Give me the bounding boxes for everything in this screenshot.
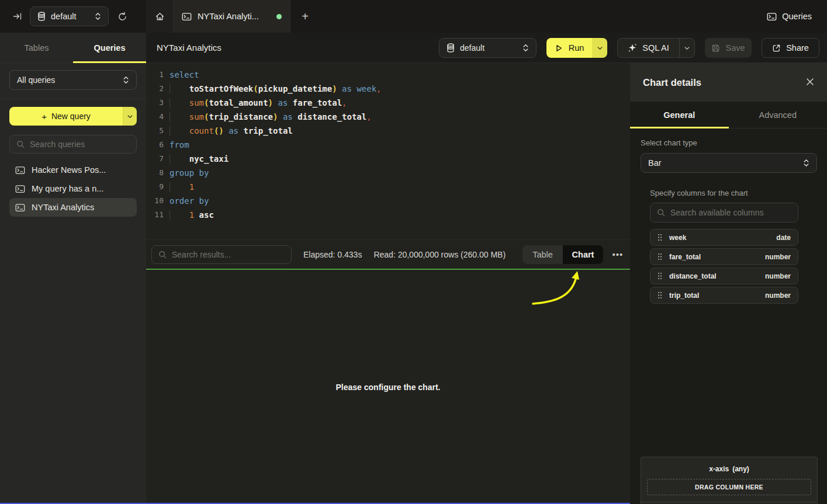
code-line[interactable]: 11 1 asc <box>146 208 630 222</box>
search-icon <box>158 251 167 259</box>
code-line[interactable]: 5 count() as trip_total <box>146 124 630 138</box>
column-row[interactable]: weekdate <box>650 229 798 246</box>
code-text: sum(trip_distance) as distance_total, <box>169 110 372 124</box>
run-options-button[interactable] <box>592 38 607 58</box>
query-tab-title: NYTaxi Analyti... <box>198 12 271 21</box>
column-name: trip_total <box>669 291 699 300</box>
drag-handle-icon[interactable] <box>658 291 662 299</box>
chevron-down-icon <box>684 45 690 51</box>
save-icon <box>711 44 720 53</box>
terminal-icon <box>182 12 192 21</box>
drag-handle-icon[interactable] <box>658 272 662 280</box>
view-toggle-chart[interactable]: Chart <box>563 245 603 264</box>
chart-details-tabs: General Advanced <box>630 102 827 128</box>
sidebar: Tables Queries All queries + New query H… <box>0 33 146 504</box>
share-label: Share <box>786 43 809 53</box>
chart-empty-message: Please configure the chart. <box>336 383 441 392</box>
results-search-input[interactable] <box>172 250 285 259</box>
refresh-icon <box>117 12 127 22</box>
code-text: select <box>169 68 199 82</box>
code-line[interactable]: 4 sum(trip_distance) as distance_total, <box>146 110 630 124</box>
topbar-database-selector[interactable]: default <box>30 6 109 26</box>
chevron-down-icon <box>127 113 133 120</box>
query-filter: All queries <box>9 70 137 90</box>
sidebar-tab-queries[interactable]: Queries <box>73 33 146 62</box>
run-button[interactable]: Run <box>546 38 592 58</box>
chart-details-header: Chart details <box>630 63 827 102</box>
line-number: 1 <box>146 68 164 82</box>
topbar-queries-label: Queries <box>782 12 812 21</box>
column-row[interactable]: trip_totalnumber <box>650 287 798 304</box>
editor-header-actions: default Run SQL AI Save <box>439 38 819 58</box>
share-icon <box>772 44 781 53</box>
run-label: Run <box>569 43 584 53</box>
sidebar-divider <box>0 99 146 99</box>
chevron-updown-icon <box>95 12 101 20</box>
collapse-sidebar-button[interactable] <box>9 8 26 25</box>
column-row[interactable]: distance_totalnumber <box>650 267 798 284</box>
drag-handle-icon[interactable] <box>658 234 662 241</box>
new-query-menu-button[interactable] <box>123 107 137 126</box>
chart-details-title: Chart details <box>643 77 701 88</box>
sql-ai-label: SQL AI <box>642 43 669 53</box>
x-axis-dropzone[interactable]: DRAG COLUMN HERE <box>647 479 811 495</box>
columns-search-input[interactable] <box>670 208 791 217</box>
available-columns-list: weekdatefare_totalnumberdistance_totalnu… <box>650 229 798 304</box>
column-name: fare_total <box>669 253 701 261</box>
x-axis-section: x-axis(any) DRAG COLUMN HERE <box>641 457 817 502</box>
code-line[interactable]: 1select <box>146 68 630 82</box>
query-item-label: Hacker News Pos... <box>32 165 106 175</box>
tab-general[interactable]: General <box>630 102 729 128</box>
share-button[interactable]: Share <box>762 38 819 58</box>
chevron-updown-icon <box>803 159 809 167</box>
query-title: NYTaxi Analytics <box>157 43 222 53</box>
query-list: Hacker News Pos...My query has a n...NYT… <box>0 161 146 217</box>
close-panel-button[interactable] <box>806 78 814 88</box>
query-list-item[interactable]: Hacker News Pos... <box>9 161 137 179</box>
new-query-label: New query <box>51 112 91 121</box>
code-line[interactable]: 3 sum(total_amount) as fare_total, <box>146 96 630 110</box>
header-database-value: default <box>460 43 517 53</box>
sql-ai-button[interactable]: SQL AI <box>618 39 679 57</box>
column-row[interactable]: fare_totalnumber <box>650 248 798 265</box>
query-tab-nytaxi[interactable]: NYTaxi Analyti... <box>174 0 290 33</box>
line-number: 5 <box>146 124 164 138</box>
query-filter-selector[interactable]: All queries <box>9 70 137 90</box>
sql-editor[interactable]: 1select2 toStartOfWeek(pickup_datetime) … <box>146 63 630 239</box>
chevron-down-icon <box>597 45 603 51</box>
code-line[interactable]: 2 toStartOfWeek(pickup_datetime) as week… <box>146 82 630 96</box>
sql-ai-options-button[interactable] <box>679 39 694 57</box>
view-toggle-table[interactable]: Table <box>523 245 563 264</box>
query-search-input[interactable] <box>30 140 130 149</box>
tab-advanced[interactable]: Advanced <box>729 102 827 128</box>
drag-handle-icon[interactable] <box>658 253 662 260</box>
query-list-item[interactable]: My query has a n... <box>9 179 137 198</box>
code-line[interactable]: 10order by <box>146 194 630 208</box>
query-item-label: NYTaxi Analytics <box>32 203 94 212</box>
new-query-button[interactable]: + New query <box>9 107 123 126</box>
chart-type-label: Select chart type <box>641 138 817 147</box>
query-filter-value: All queries <box>17 75 117 85</box>
query-search <box>9 135 137 154</box>
new-tab-button[interactable]: + <box>290 0 320 33</box>
query-list-item[interactable]: NYTaxi Analytics <box>9 198 137 217</box>
topbar-queries-button[interactable]: Queries <box>767 8 812 25</box>
sidebar-tab-tables[interactable]: Tables <box>0 33 73 62</box>
line-number: 9 <box>146 180 164 194</box>
terminal-icon <box>15 185 25 193</box>
code-line[interactable]: 6from <box>146 138 630 152</box>
code-line[interactable]: 7 nyc_taxi <box>146 152 630 166</box>
header-database-selector[interactable]: default <box>439 38 537 58</box>
terminal-icon <box>15 203 25 212</box>
results-toolbar: Elapsed: 0.433s Read: 20,000,000 rows (2… <box>146 239 630 270</box>
save-button[interactable]: Save <box>705 38 752 58</box>
chart-type-selector[interactable]: Bar <box>641 153 817 173</box>
home-tab[interactable] <box>146 0 174 33</box>
line-number: 10 <box>146 194 164 208</box>
line-number: 4 <box>146 110 164 124</box>
code-line[interactable]: 8group by <box>146 166 630 180</box>
code-line[interactable]: 9 1 <box>146 180 630 194</box>
results-more-button[interactable]: ••• <box>610 249 625 259</box>
refresh-button[interactable] <box>114 8 130 25</box>
play-icon <box>555 44 563 53</box>
